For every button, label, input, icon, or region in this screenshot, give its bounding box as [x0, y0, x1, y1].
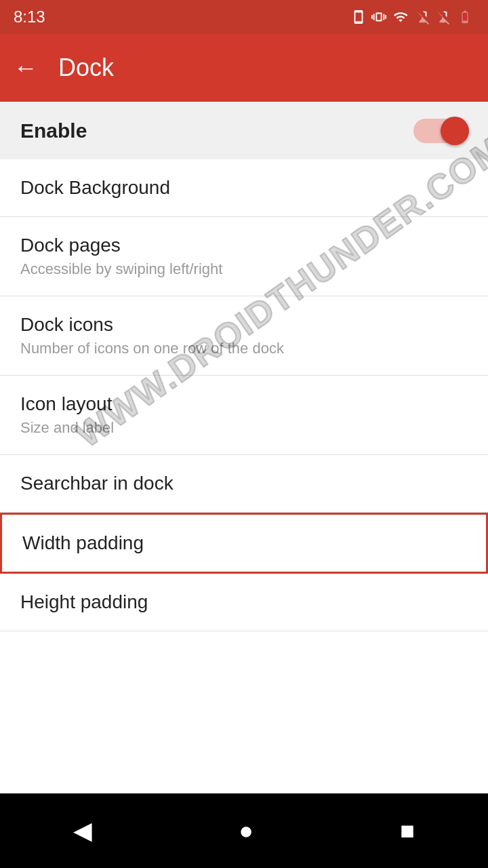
- status-bar: 8:13: [0, 0, 488, 34]
- settings-item-dock-icons[interactable]: Dock icons Number of icons on one row of…: [0, 296, 488, 376]
- wifi-icon: [392, 9, 409, 24]
- signal1-icon: [415, 9, 430, 24]
- settings-item-icon-layout[interactable]: Icon layout Size and label: [0, 376, 488, 455]
- app-bar: ← Dock: [0, 34, 488, 102]
- dock-background-title: Dock Background: [20, 177, 468, 199]
- battery-icon: [455, 9, 474, 24]
- width-padding-title: Width padding: [22, 532, 466, 554]
- settings-item-dock-background[interactable]: Dock Background: [0, 159, 488, 217]
- dock-pages-title: Dock pages: [20, 235, 468, 256]
- settings-item-dock-pages[interactable]: Dock pages Accessible by swiping left/ri…: [0, 217, 488, 296]
- searchbar-title: Searchbar in dock: [20, 473, 468, 494]
- nav-home-button[interactable]: ●: [239, 816, 253, 845]
- signal2-icon: [435, 9, 450, 24]
- nav-back-button[interactable]: ◀: [73, 816, 92, 845]
- back-button[interactable]: ←: [14, 54, 38, 82]
- vibrate-icon: [371, 9, 386, 24]
- icon-layout-subtitle: Size and label: [20, 419, 468, 437]
- settings-list: Dock Background Dock pages Accessible by…: [0, 159, 488, 793]
- dock-icons-subtitle: Number of icons on one row of the dock: [20, 340, 468, 357]
- status-icons: [351, 9, 474, 24]
- dock-icons-title: Dock icons: [20, 314, 468, 336]
- app-title: Dock: [58, 54, 114, 82]
- icon-layout-title: Icon layout: [20, 393, 468, 415]
- settings-item-searchbar[interactable]: Searchbar in dock: [0, 455, 488, 513]
- height-padding-title: Height padding: [20, 591, 468, 613]
- nav-bar: ◀ ● ■: [0, 793, 488, 868]
- status-time: 8:13: [14, 7, 45, 26]
- enable-label: Enable: [20, 119, 87, 142]
- settings-item-width-padding[interactable]: Width padding: [0, 513, 488, 574]
- settings-item-height-padding[interactable]: Height padding: [0, 574, 488, 631]
- dock-pages-subtitle: Accessible by swiping left/right: [20, 260, 468, 278]
- screenshot-icon: [351, 9, 366, 24]
- enable-toggle[interactable]: [413, 117, 468, 144]
- nav-recents-button[interactable]: ■: [400, 816, 415, 845]
- toggle-thumb: [441, 117, 469, 145]
- enable-row: Enable: [0, 102, 488, 159]
